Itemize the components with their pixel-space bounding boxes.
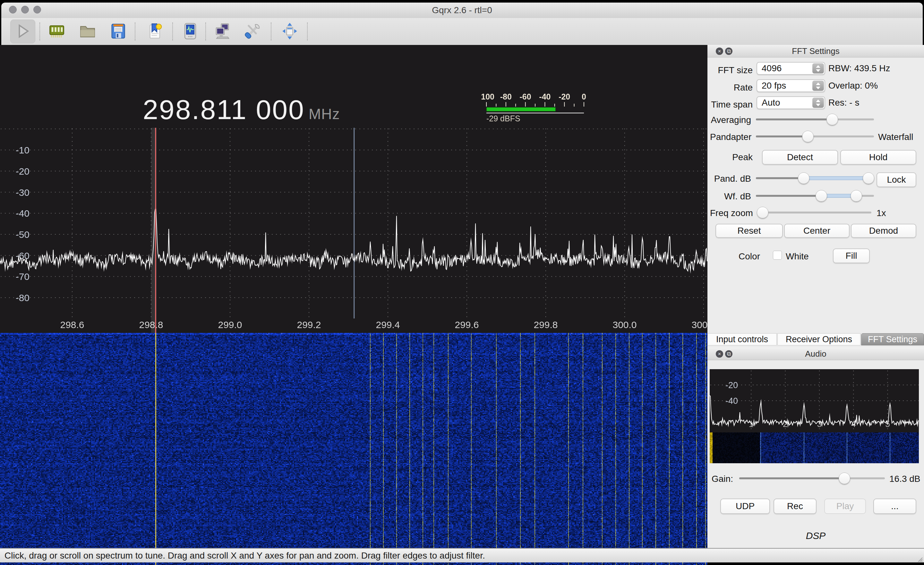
pandapter-spectrum[interactable] [0,125,707,334]
computers-icon [213,22,232,42]
gqrx-window: Gqrx 2.6 - rtl=0 [0,0,924,565]
status-text: Click, drag or scroll on spectrum to tun… [4,548,485,562]
audio-gain-slider[interactable] [739,473,885,484]
dsp-footer-label: DSP [707,530,924,541]
rbw-info: RBW: 439.5 Hz [828,64,890,73]
peak-hold-button[interactable]: Hold [840,150,916,165]
spinner-icon[interactable] [812,63,824,74]
pandapter-db-range-slider[interactable] [756,173,874,184]
rec-button[interactable]: Rec [774,499,816,514]
frequency-unit: MHz [309,106,340,122]
slider-handle-high[interactable] [850,190,862,201]
slider-handle[interactable] [826,114,838,125]
main-toolbar [1,18,923,46]
play-icon [13,22,32,42]
peak-detect-button[interactable]: Detect [762,150,838,165]
freq-zoom-label: Freq zoom [710,208,751,218]
rate-value: 20 fps [762,81,786,91]
overlap-info: Overlap: 0% [828,81,878,90]
slider-handle[interactable] [757,207,768,218]
waterfall-db-range-slider[interactable] [756,190,874,201]
spinner-icon[interactable] [812,81,824,91]
toolbar-separator [271,23,272,41]
oscilloscope-icon [181,22,200,42]
save-file-button[interactable] [108,22,128,42]
audio-dock-title: Audio [707,348,924,360]
slider-handle[interactable] [802,131,814,142]
tools-button[interactable] [243,22,262,42]
frequency-value[interactable]: 298.811 000 [143,94,305,125]
toolbar-separator [135,23,135,41]
folder-icon [78,22,97,42]
fullscreen-button[interactable] [280,22,300,42]
reset-button[interactable]: Reset [716,224,783,238]
time-span-value: Auto [762,98,780,108]
bookmark-icon [146,22,164,42]
fft-size-label: FFT size [710,64,753,77]
fft-size-select[interactable]: 4096 [756,62,825,75]
floppy-disk-icon [109,22,128,42]
resize-grip-icon[interactable] [917,557,923,562]
res-info: Res: - s [828,98,859,107]
freq-zoom-value: 1x [876,208,886,218]
fft-dock-header[interactable]: × ⧉ FFT Settings [707,45,924,57]
averaging-slider[interactable] [756,114,874,125]
fft-size-value: 4096 [762,63,782,74]
open-file-button[interactable] [78,22,98,42]
tab-input-controls[interactable]: Input controls [707,333,777,346]
pandapter-waterfall-split-slider[interactable] [756,131,874,142]
white-checkbox-label: White [786,251,809,261]
signal-strength-meter [481,93,587,123]
time-span-select[interactable]: Auto [756,96,825,109]
toolbar-separator [39,23,40,41]
more-button[interactable]: ... [873,499,916,514]
pand-db-label: Pand. dB [710,174,751,184]
gain-value: 16.3 dB [890,474,921,484]
spectrum-area: 298.811 000MHz [0,45,707,548]
remote-control-button[interactable] [212,22,232,42]
rate-label: Rate [710,81,753,94]
dock-panel: × ⧉ FFT Settings FFT size 4096 RBW: 439.… [707,45,924,548]
time-span-label: Time span [710,98,753,111]
tab-receiver-options[interactable]: Receiver Options [777,333,861,346]
rate-select[interactable]: 20 fps [756,79,825,92]
wf-db-label: Wf. dB [710,191,751,201]
audio-spectrum[interactable] [710,369,919,463]
dsp-settings-button[interactable] [180,22,200,42]
waterfall-label: Waterfall [878,132,913,142]
waterfall[interactable] [0,333,707,565]
title-bar[interactable]: Gqrx 2.6 - rtl=0 [1,3,923,18]
toolbar-separator [206,23,206,41]
freq-zoom-slider[interactable] [757,207,872,218]
slider-handle[interactable] [838,473,850,484]
move-arrows-icon [280,22,299,42]
circuit-board-icon [48,22,66,42]
white-checkbox[interactable] [773,251,782,260]
window-title: Gqrx 2.6 - rtl=0 [1,3,923,18]
spinner-icon[interactable] [812,98,824,108]
status-bar: Click, drag or scroll on spectrum to tun… [0,548,924,562]
demod-button[interactable]: Demod [851,224,916,238]
start-dsp-button[interactable] [12,22,32,42]
configure-io-button[interactable] [47,22,67,42]
peak-label: Peak [710,152,753,162]
wrench-screwdriver-icon [243,22,262,42]
play-button[interactable]: Play [824,499,866,514]
slider-handle-low[interactable] [798,173,810,184]
center-button[interactable]: Center [784,224,850,238]
slider-handle-high[interactable] [863,173,874,184]
fill-button[interactable]: Fill [833,248,870,263]
bookmarks-button[interactable] [145,22,165,42]
udp-button[interactable]: UDP [720,499,770,514]
audio-dock-header[interactable]: × ⧉ Audio [707,348,924,360]
fft-dock-title: FFT Settings [707,45,924,57]
slider-handle-low[interactable] [816,190,827,201]
averaging-label: Averaging [710,115,751,125]
gain-label: Gain: [712,474,733,484]
pandapter-split-label: Pandapter [710,132,751,142]
frequency-display[interactable]: 298.811 000MHz [143,94,340,126]
pand-db-lock-button[interactable]: Lock [876,173,916,187]
toolbar-separator [307,23,308,41]
color-label: Color [710,251,760,261]
tab-fft-settings[interactable]: FFT Settings [861,333,924,346]
